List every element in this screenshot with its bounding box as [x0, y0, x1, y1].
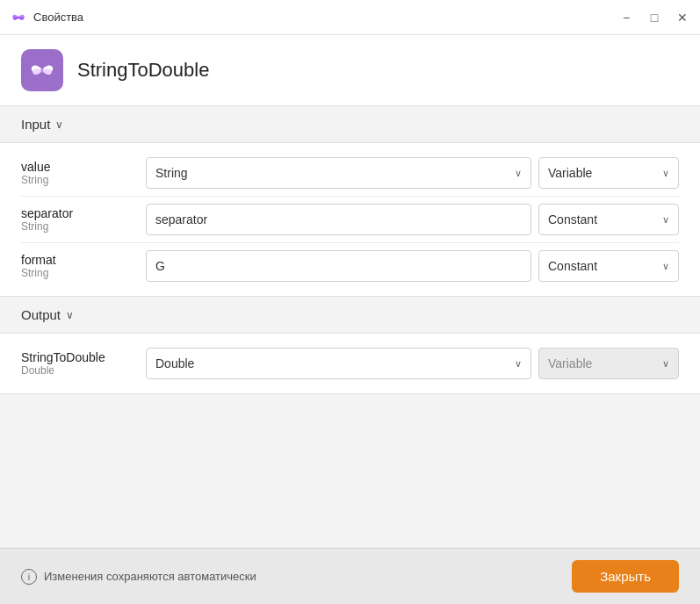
- value-field-name: value: [21, 160, 135, 174]
- format-mode-dropdown[interactable]: Constant ∨: [538, 250, 679, 282]
- minimize-button[interactable]: −: [619, 11, 633, 25]
- format-label: format String: [21, 253, 135, 279]
- stringtodouble-field-name: StringToDouble: [21, 350, 135, 364]
- value-field-type: String: [21, 174, 135, 186]
- svg-point-0: [18, 16, 19, 18]
- value-type-dropdown[interactable]: String ∨: [146, 157, 531, 189]
- separator-mode-dropdown[interactable]: Constant ∨: [538, 204, 679, 235]
- input-section-title: Input: [21, 117, 50, 132]
- output-section-body: StringToDouble Double Double ∨ Variable …: [0, 333, 700, 394]
- footer-info-text: Изменения сохраняются автоматически: [44, 570, 256, 583]
- output-chevron-icon: ∨: [66, 309, 74, 321]
- close-button[interactable]: Закрыть: [572, 560, 679, 593]
- value-type-dropdown-value: String: [155, 166, 188, 180]
- format-mode-chevron-icon: ∨: [662, 261, 669, 272]
- svg-point-1: [41, 68, 44, 72]
- separator-field-name: separator: [21, 206, 135, 220]
- format-field-controls: Constant ∨: [146, 250, 679, 282]
- format-mode-dropdown-value: Constant: [548, 259, 597, 273]
- value-field-controls: String ∨ Variable ∨: [146, 157, 679, 189]
- value-mode-dropdown-value: Variable: [548, 166, 592, 180]
- title-bar-icon: [11, 10, 26, 25]
- value-mode-chevron-icon: ∨: [662, 168, 669, 179]
- separator-label: separator String: [21, 206, 135, 233]
- window-close-button[interactable]: ✕: [675, 11, 689, 25]
- stringtodouble-type-dropdown[interactable]: Double ∨: [146, 348, 531, 379]
- value-field-row: value String String ∨ Variable ∨: [0, 150, 700, 196]
- separator-field-type: String: [21, 220, 135, 233]
- stringtodouble-mode-chevron-icon: ∨: [662, 358, 669, 370]
- stringtodouble-field-controls: Double ∨ Variable ∨: [146, 348, 679, 379]
- format-field-row: format String Constant ∨: [0, 243, 700, 289]
- maximize-button[interactable]: □: [647, 11, 661, 25]
- header-section: StringToDouble: [0, 35, 700, 106]
- title-bar: Свойства − □ ✕: [0, 0, 700, 35]
- value-mode-dropdown[interactable]: Variable ∨: [538, 157, 679, 189]
- format-text-input[interactable]: [146, 250, 531, 282]
- separator-field-row: separator String Constant ∨: [0, 197, 700, 242]
- input-section-body: value String String ∨ Variable ∨: [0, 142, 700, 297]
- input-chevron-icon: ∨: [55, 119, 63, 131]
- footer-info: i Изменения сохраняются автоматически: [21, 569, 256, 585]
- app-icon: [21, 49, 63, 91]
- value-type-chevron-icon: ∨: [515, 168, 522, 179]
- info-icon: i: [21, 569, 37, 585]
- output-section-header[interactable]: Output ∨: [0, 297, 700, 333]
- footer: i Изменения сохраняются автоматически За…: [0, 548, 700, 604]
- separator-mode-dropdown-value: Constant: [548, 212, 597, 226]
- stringtodouble-label: StringToDouble Double: [21, 350, 135, 377]
- value-label: value String: [21, 160, 135, 186]
- title-bar-controls: − □ ✕: [619, 11, 689, 25]
- title-bar-text: Свойства: [33, 11, 619, 24]
- input-section-header[interactable]: Input ∨: [0, 106, 700, 142]
- stringtodouble-field-type: Double: [21, 364, 135, 377]
- app-title: StringToDouble: [77, 59, 209, 82]
- stringtodouble-mode-dropdown-value: Variable: [548, 356, 592, 370]
- stringtodouble-type-chevron-icon: ∨: [515, 358, 522, 370]
- separator-mode-chevron-icon: ∨: [662, 214, 669, 226]
- stringtodouble-mode-dropdown: Variable ∨: [538, 348, 679, 379]
- format-field-type: String: [21, 267, 135, 279]
- main-content: Input ∨ value String String ∨ Variable: [0, 106, 700, 548]
- separator-field-controls: Constant ∨: [146, 204, 679, 235]
- output-section-title: Output: [21, 307, 61, 322]
- stringtodouble-field-row: StringToDouble Double Double ∨ Variable …: [0, 341, 700, 386]
- content-area: StringToDouble Input ∨ value String Stri…: [0, 35, 700, 548]
- separator-text-input[interactable]: [146, 204, 531, 235]
- stringtodouble-type-dropdown-value: Double: [155, 356, 194, 370]
- format-field-name: format: [21, 253, 135, 267]
